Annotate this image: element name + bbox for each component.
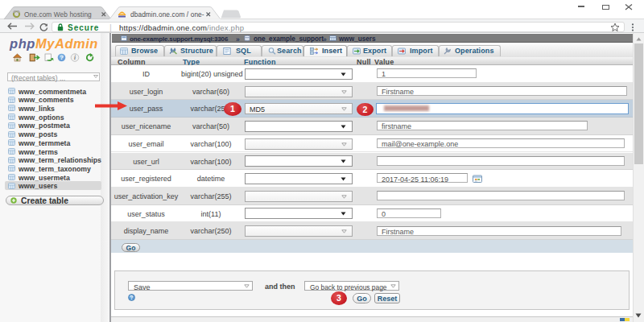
svg-text:?: ? [60, 54, 64, 61]
svg-text:?: ? [130, 295, 134, 300]
